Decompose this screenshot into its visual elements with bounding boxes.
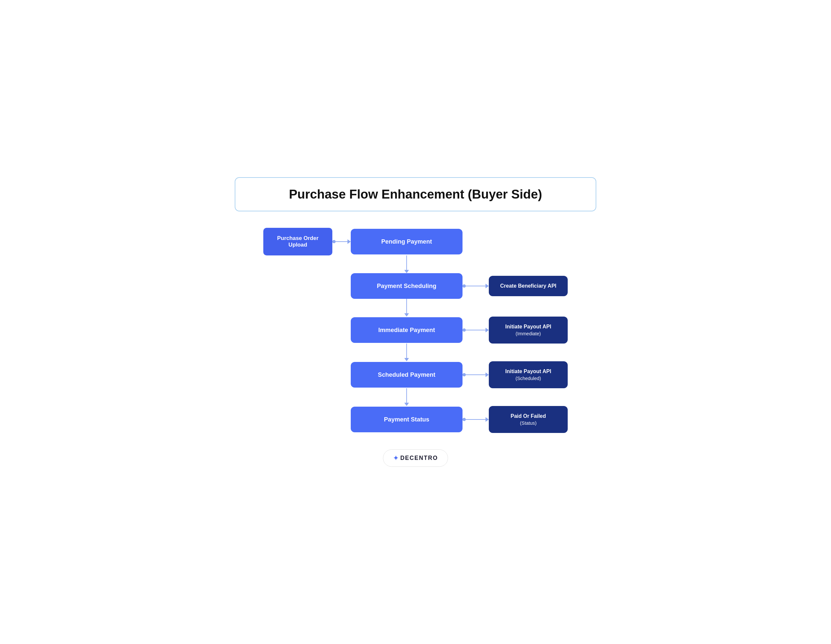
connector-arrow [486, 417, 489, 422]
row-2: Payment Scheduling Create Beneficiary AP… [235, 273, 596, 299]
flow-diagram: Purchase Order Upload Pending Payment [235, 228, 596, 467]
create-beneficiary-box: Create Beneficiary API [489, 276, 568, 296]
v-arrow-2 [404, 299, 409, 317]
connector-dot [463, 328, 466, 332]
v-arrow-row-1 [235, 255, 596, 273]
initiate-scheduled-box: Initiate Payout API (Scheduled) [489, 361, 568, 388]
payment-scheduling-box: Payment Scheduling [351, 273, 463, 299]
h-connector-1 [332, 239, 351, 244]
v-arrowhead [404, 270, 409, 273]
v-arrow-4 [404, 388, 409, 406]
h-connector-4 [463, 373, 489, 377]
purchase-order-box: Purchase Order Upload [263, 228, 332, 255]
title-box: Purchase Flow Enhancement (Buyer Side) [235, 177, 596, 211]
connector-dot [332, 240, 336, 243]
pending-payment-box: Pending Payment [351, 229, 463, 255]
scheduled-payment-box: Scheduled Payment [351, 362, 463, 387]
page-container: Purchase Flow Enhancement (Buyer Side) P… [235, 177, 596, 467]
v-arrow-1 [404, 255, 409, 273]
connector-line [336, 241, 347, 242]
v-line [406, 299, 407, 313]
connector-line [466, 286, 486, 286]
v-line [406, 344, 407, 358]
v-arrowhead [404, 403, 409, 406]
v-arrow-3 [404, 344, 409, 361]
h-connector-2 [463, 284, 489, 288]
logo-text: DECENTRO [400, 455, 438, 462]
decentro-logo: ✦ DECENTRO [383, 450, 448, 467]
connector-dot [463, 418, 466, 421]
v-arrow-row-4 [235, 388, 596, 406]
v-arrowhead [404, 358, 409, 361]
v-line [406, 388, 407, 403]
connector-line [466, 419, 486, 420]
paid-or-failed-box: Paid Or Failed (Status) [489, 406, 568, 433]
connector-line [466, 375, 486, 375]
connector-arrow [486, 328, 489, 332]
v-arrowhead [404, 313, 409, 317]
payment-status-box: Payment Status [351, 406, 463, 432]
logo-container: ✦ DECENTRO [383, 433, 448, 467]
connector-line [466, 330, 486, 330]
v-arrow-row-3 [235, 344, 596, 361]
connector-arrow [486, 284, 489, 288]
row-3: Immediate Payment Initiate Payout API (I… [235, 317, 596, 344]
connector-dot [463, 284, 466, 288]
page-title: Purchase Flow Enhancement (Buyer Side) [248, 187, 583, 201]
connector-arrow [486, 373, 489, 377]
connector-arrow [347, 239, 351, 244]
logo-d-icon: ✦ [393, 454, 399, 462]
v-arrow-row-2 [235, 299, 596, 317]
connector-dot [463, 373, 466, 376]
row-4: Scheduled Payment Initiate Payout API (S… [235, 361, 596, 388]
h-connector-3 [463, 328, 489, 332]
row-5: Payment Status Paid Or Failed (Status) [235, 406, 596, 433]
v-line [406, 255, 407, 270]
h-connector-5 [463, 417, 489, 422]
initiate-immediate-box: Initiate Payout API (Immediate) [489, 317, 568, 344]
row-1: Purchase Order Upload Pending Payment [235, 228, 596, 255]
immediate-payment-box: Immediate Payment [351, 317, 463, 343]
